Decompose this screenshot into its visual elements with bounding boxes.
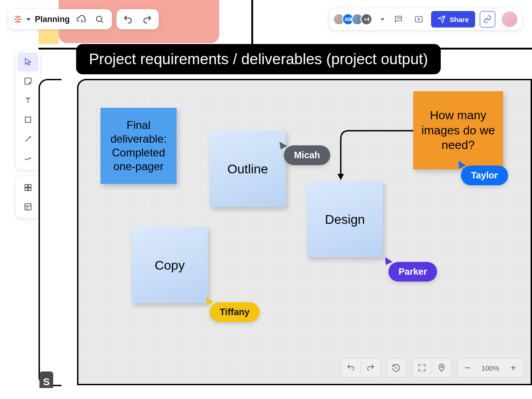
share-button[interactable]: Share [431, 11, 475, 28]
copy-link-button[interactable] [480, 11, 495, 28]
fullscreen-button[interactable] [412, 359, 432, 377]
section-title[interactable]: Project requirements / deliverables (pro… [76, 44, 441, 74]
shape-tool[interactable] [17, 110, 39, 129]
view-controls-dock: 100% [341, 358, 523, 377]
svg-marker-12 [418, 18, 421, 21]
svg-rect-3 [14, 19, 17, 20]
frame-label-tab[interactable]: S [39, 371, 53, 388]
location-button[interactable] [432, 359, 451, 377]
svg-line-10 [101, 21, 103, 23]
collaboration-bar: AW +4 Share [329, 8, 522, 30]
frame-divider-vertical [251, 0, 253, 48]
sticky-text: How many images do we need? [413, 108, 503, 153]
document-title[interactable]: Planning [35, 15, 70, 24]
svg-rect-1 [17, 16, 18, 18]
chevron-down-icon [27, 18, 30, 21]
sticky-note-images-question[interactable]: How many images do we need? [413, 91, 503, 169]
svg-rect-8 [18, 16, 21, 18]
present-button[interactable] [411, 11, 427, 27]
cursor-label-micah: Micah [284, 145, 330, 165]
svg-point-9 [96, 16, 102, 22]
svg-rect-16 [25, 184, 28, 187]
cursor-name: Tiffany [220, 307, 249, 317]
chevron-down-icon[interactable] [381, 18, 384, 21]
sticky-text: Outline [222, 161, 274, 177]
left-toolbar [16, 50, 40, 218]
connector-arrow[interactable] [335, 126, 418, 186]
svg-rect-6 [18, 21, 21, 23]
sticky-note-final-deliverable[interactable]: Final deliverable: Completed one-pager [100, 108, 177, 184]
svg-marker-23 [338, 174, 344, 180]
search-icon[interactable] [93, 12, 106, 26]
sticky-note-copy[interactable]: Copy [132, 227, 208, 303]
svg-point-24 [441, 366, 443, 367]
svg-rect-5 [15, 16, 17, 18]
cursor-pointer-icon [382, 255, 392, 265]
templates-tool[interactable] [17, 178, 39, 197]
svg-rect-13 [25, 117, 31, 122]
cursor-label-taylor: Taylor [461, 166, 508, 185]
select-tool[interactable] [17, 52, 39, 72]
pen-tool[interactable] [17, 149, 39, 168]
cursor-name: Parker [399, 266, 427, 277]
cursor-name: Taylor [471, 170, 498, 180]
zoom-in-button[interactable] [504, 359, 523, 377]
app-logo-icon [14, 15, 22, 23]
svg-rect-18 [25, 188, 28, 191]
svg-rect-19 [28, 188, 31, 191]
svg-rect-20 [25, 204, 31, 210]
undo-button[interactable] [341, 359, 360, 377]
line-tool[interactable] [17, 129, 39, 149]
svg-rect-4 [19, 19, 22, 20]
sticky-text: Final deliverable: Completed one-pager [100, 118, 177, 173]
presence-avatars[interactable]: AW +4 [333, 13, 372, 25]
sticky-note-design[interactable]: Design [307, 181, 383, 257]
send-icon [438, 15, 446, 23]
cursor-name: Micah [294, 150, 320, 160]
text-tool[interactable] [17, 91, 39, 110]
history-button[interactable] [387, 359, 406, 377]
zoom-level[interactable]: 100% [477, 364, 504, 372]
zoom-out-button[interactable] [458, 359, 477, 377]
redo-button[interactable] [140, 12, 154, 26]
undo-button[interactable] [121, 12, 135, 26]
share-button-label: Share [449, 16, 469, 23]
sticky-note-outline[interactable]: Outline [210, 131, 286, 207]
document-menu[interactable]: Planning [8, 9, 112, 29]
cursor-label-parker: Parker [388, 262, 437, 282]
sticky-note-tool[interactable] [17, 72, 39, 91]
current-user-avatar[interactable] [502, 11, 517, 27]
svg-rect-2 [17, 21, 18, 23]
cloud-sync-icon[interactable] [74, 12, 88, 26]
cursor-label-tiffany: Tiffany [210, 302, 260, 322]
sticky-text: Design [319, 211, 370, 227]
canvas-frame[interactable]: Final deliverable: Completed one-pager O… [77, 79, 532, 385]
undo-redo-panel [116, 9, 159, 29]
svg-rect-7 [15, 21, 17, 23]
adjacent-frame[interactable] [39, 79, 61, 386]
svg-point-0 [17, 18, 18, 20]
sticky-text: Copy [149, 257, 190, 273]
frame-tool[interactable] [17, 197, 39, 216]
avatar-overflow[interactable]: +4 [360, 13, 372, 25]
redo-button[interactable] [361, 359, 380, 377]
comment-button[interactable] [391, 11, 406, 27]
svg-rect-17 [28, 184, 31, 187]
